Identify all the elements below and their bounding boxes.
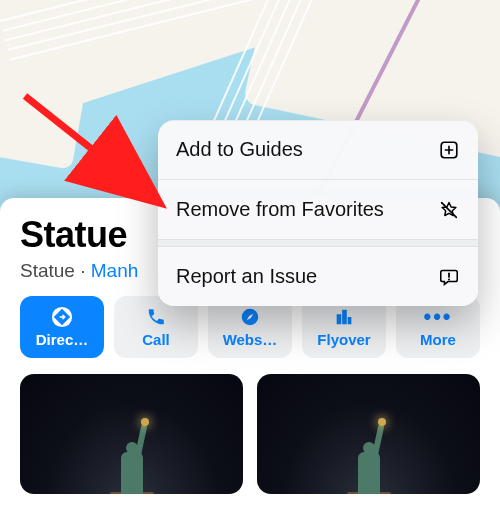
- statue-illustration: [102, 412, 162, 494]
- compass-icon: [239, 306, 261, 328]
- star-slash-icon: [438, 199, 460, 221]
- menu-label: Remove from Favorites: [176, 198, 384, 221]
- more-label: More: [420, 331, 456, 348]
- place-category: Statue: [20, 260, 75, 281]
- place-photo[interactable]: [257, 374, 480, 494]
- menu-remove-favorite[interactable]: Remove from Favorites: [158, 179, 478, 239]
- call-label: Call: [142, 331, 170, 348]
- maps-screenshot: Statue Statue · Manh Direc… Call Webs… F…: [0, 0, 500, 514]
- report-bubble-icon: [438, 266, 460, 288]
- phone-icon: [145, 306, 167, 328]
- menu-label: Report an Issue: [176, 265, 317, 288]
- separator: ·: [75, 260, 91, 281]
- svg-point-3: [448, 278, 450, 280]
- buildings-icon: [333, 306, 355, 328]
- photo-strip: [20, 374, 480, 494]
- website-label: Webs…: [223, 331, 278, 348]
- menu-separator: [158, 239, 478, 247]
- directions-icon: [51, 306, 73, 328]
- context-menu: Add to Guides Remove from Favorites Repo…: [158, 120, 478, 306]
- place-photo[interactable]: [20, 374, 243, 494]
- menu-add-to-guides[interactable]: Add to Guides: [158, 120, 478, 179]
- directions-label: Direc…: [36, 331, 89, 348]
- add-square-icon: [438, 139, 460, 161]
- statue-illustration: [339, 412, 399, 494]
- directions-button[interactable]: Direc…: [20, 296, 104, 358]
- flyover-label: Flyover: [317, 331, 370, 348]
- ellipsis-icon: •••: [423, 306, 452, 328]
- place-locality[interactable]: Manh: [91, 260, 139, 281]
- menu-label: Add to Guides: [176, 138, 303, 161]
- menu-report-issue[interactable]: Report an Issue: [158, 247, 478, 306]
